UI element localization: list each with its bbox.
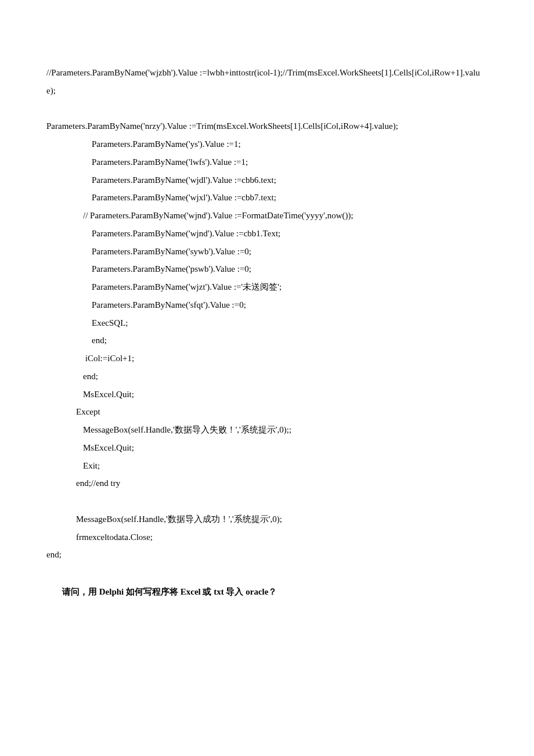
code-line: Parameters.ParamByName('wjdl').Value :=c… xyxy=(46,171,488,189)
code-line: end;//end try xyxy=(46,474,488,492)
blank-line xyxy=(46,492,488,510)
code-line: // Parameters.ParamByName('wjnd').Value … xyxy=(46,207,488,225)
code-line: Parameters.ParamByName('pswb').Value :=0… xyxy=(46,260,488,278)
code-line: Parameters.ParamByName('nrzy').Value :=T… xyxy=(46,117,488,135)
code-line: Parameters.ParamByName('wjnd').Value :=c… xyxy=(46,225,488,243)
code-line: Except xyxy=(46,403,488,421)
code-line: MessageBox(self.Handle,'数据导入失败！','系统提示',… xyxy=(46,421,488,439)
blank-line xyxy=(46,100,488,118)
code-line: iCol:=iCol+1; xyxy=(46,350,488,368)
code-line: end; xyxy=(46,332,488,350)
code-line: ExecSQL; xyxy=(46,314,488,332)
code-line: MessageBox(self.Handle,'数据导入成功！','系统提示',… xyxy=(46,510,488,528)
code-line: MsExcel.Quit; xyxy=(46,386,488,404)
code-line: end; xyxy=(46,546,488,564)
code-line: frmexceltodata.Close; xyxy=(46,528,488,546)
code-line: end; xyxy=(46,368,488,386)
code-line: Parameters.ParamByName('sfqt').Value :=0… xyxy=(46,296,488,314)
code-line: //Parameters.ParamByName('wjzbh').Value … xyxy=(46,64,488,100)
code-line: Parameters.ParamByName('sywb').Value :=0… xyxy=(46,243,488,261)
code-line: Parameters.ParamByName('wjxl').Value :=c… xyxy=(46,189,488,207)
code-line: Parameters.ParamByName('lwfs').Value :=1… xyxy=(46,153,488,171)
code-line: Parameters.ParamByName('ys').Value :=1; xyxy=(46,135,488,153)
code-line: MsExcel.Quit; xyxy=(46,439,488,457)
question-heading: 请问，用 Delphi 如何写程序将 Excel 或 txt 导入 oracle… xyxy=(46,583,488,601)
code-line: Exit; xyxy=(46,457,488,475)
code-line: Parameters.ParamByName('wjzt').Value :='… xyxy=(46,278,488,296)
